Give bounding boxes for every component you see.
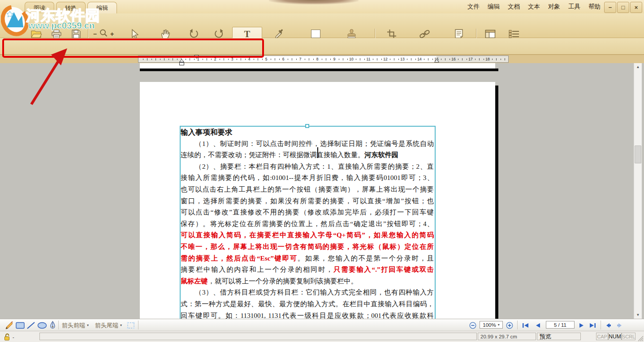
application-window: 阅读 转换 编辑 文件编辑文档文本对象工具帮助 −□× 打开 打印 保存 bbox=[0, 0, 644, 342]
left-indent-marker[interactable] bbox=[179, 59, 184, 66]
window-maximize-button[interactable]: □ bbox=[617, 2, 629, 13]
first-line-indent-marker[interactable] bbox=[194, 55, 199, 59]
separator bbox=[601, 321, 601, 329]
dropdown-caret-icon: ▾ bbox=[498, 323, 500, 327]
desktop-wallpaper-edge bbox=[269, 0, 359, 4]
pen-tool-button[interactable] bbox=[48, 321, 56, 330]
ruler-tick bbox=[262, 59, 263, 60]
menu-item-1[interactable]: 文件 bbox=[463, 2, 484, 12]
doc-line-12[interactable]: 需的摘要上，然后点击“Esc”键即可。如果，您输入的不是第一个分录时，且 bbox=[181, 254, 434, 265]
last-page-button[interactable] bbox=[588, 321, 597, 330]
ruler-tick bbox=[275, 58, 275, 60]
caps-lock-indicator: CAP bbox=[596, 333, 608, 340]
doc-text-run: 窗口，选择所需要的摘要，如果没有所需要的摘要，可以直接“增加”按钮；也 bbox=[181, 197, 434, 205]
first-page-icon bbox=[522, 323, 529, 328]
doc-line-9[interactable]: 保存）。将光标定位在所需摘要的位置上，然后点击“确定退出”按钮即可；4、 bbox=[181, 219, 434, 231]
zoom-percent-combobox[interactable]: 100% ▾ bbox=[480, 321, 503, 329]
previous-page-button[interactable] bbox=[533, 321, 542, 330]
menu-item-7[interactable]: 帮助 bbox=[584, 2, 605, 12]
menu-item-5[interactable]: 对象 bbox=[544, 2, 564, 12]
arrow-front-dropdown[interactable]: 箭头前端 ▾ bbox=[62, 321, 89, 330]
doc-line-13[interactable]: 摘要栏中输入的内容和上一个分录的相同时，只需要输入“.”打回车键或双击 bbox=[181, 265, 434, 277]
doc-text-run: 保存）。将光标定位在所需摘要的位置上，然后点击“确定退出”按钮即可；4、 bbox=[181, 220, 434, 227]
menu-item-3[interactable]: 文档 bbox=[504, 2, 524, 12]
document-text[interactable]: 输入事项和要求（1）、制证时间：可以点击时间控件，选择制证日期；凭证编号是系统自… bbox=[181, 128, 434, 319]
ruler-tick bbox=[381, 59, 382, 60]
right-indent-marker[interactable] bbox=[434, 59, 439, 63]
ruler-tick bbox=[339, 59, 339, 60]
doc-text-run: 输入事项和要求 bbox=[181, 128, 233, 137]
ruler-tick bbox=[373, 59, 373, 60]
doc-line-10[interactable]: 可以直接输入简码，在摘要栏中直接输入字母“Q+简码”，如果您输入的简码 bbox=[181, 231, 434, 242]
doc-text-run-red: 只需要输入“.”打回车键或双击 bbox=[333, 265, 434, 273]
line-tool-button[interactable] bbox=[26, 321, 36, 330]
doc-line-3[interactable]: 连续的，不需要改动；凭证附件：可根据微调直接输入数量。河东软件园 bbox=[181, 150, 434, 162]
view-forward-button[interactable] bbox=[615, 321, 624, 330]
arrow-tail-dropdown[interactable]: 箭头尾端 ▾ bbox=[95, 321, 122, 330]
ruler-number: 7 bbox=[299, 57, 302, 61]
ruler-number: 14 bbox=[417, 57, 421, 61]
doc-line-4[interactable]: （2）、摘要栏：本栏目有四种输入方式：1、直接输入所需要的摘要；2、直 bbox=[181, 162, 434, 174]
first-page-button[interactable] bbox=[521, 321, 530, 330]
doc-text-run: 接输入所需摘要的代码，如:01001--提本月折旧费，输入摘要码01001即可；… bbox=[181, 174, 434, 181]
ruler-tick bbox=[177, 59, 177, 60]
zoom-in-button-bottom[interactable] bbox=[506, 321, 514, 330]
doc-text-run: 连续的，不需要改动；凭证附件：可根据微调直接输入数量。 bbox=[181, 151, 364, 158]
doc-line-1[interactable]: 输入事项和要求 bbox=[181, 128, 434, 139]
ruler-tick bbox=[203, 59, 203, 60]
doc-line-15[interactable]: （3）、借方科目栏或贷方科目栏：它们输入方式完全相同，也有四种输入方 bbox=[181, 288, 434, 299]
ruler-tick bbox=[241, 58, 241, 60]
rectangle-tool-button[interactable] bbox=[15, 321, 25, 330]
doc-line-6[interactable]: 也可以点击右上角工具栏上的第一个按钮（摘要查询），屏幕上将出现一个摘要 bbox=[181, 185, 434, 197]
back-arrow-icon bbox=[605, 323, 612, 328]
ruler-tick bbox=[190, 58, 190, 60]
page-number-field[interactable]: 5 / 11 bbox=[546, 321, 575, 329]
doc-line-17[interactable]: 回车键即可。如：1131001, 1131代表一级科目是应收账款；001代表应收… bbox=[181, 311, 434, 319]
menu-item-2[interactable]: 编辑 bbox=[484, 2, 504, 12]
next-page-button[interactable] bbox=[577, 321, 586, 330]
doc-line-5[interactable]: 接输入所需摘要的代码，如:01001--提本月折旧费，输入摘要码01001即可；… bbox=[181, 173, 434, 185]
zoom-out-button-bottom[interactable] bbox=[469, 321, 477, 330]
doc-line-14[interactable]: 鼠标左键，就可以将上一个分录的摘要复制到该摘要栏中。 bbox=[181, 277, 434, 288]
doc-line-16[interactable]: 式：第一种方式是最好、最快、最方便的输入方式。在栏目中直接输入科目编码， bbox=[181, 299, 434, 311]
page-dimensions-field: 20.99 x 29.7 cm bbox=[478, 333, 536, 340]
scroll-down-button[interactable]: ▼ bbox=[634, 311, 642, 319]
separator bbox=[138, 321, 138, 329]
doc-line-7[interactable]: 窗口，选择所需要的摘要，如果没有所需要的摘要，可以直接“增加”按钮；也 bbox=[181, 197, 434, 208]
lock-icon[interactable] bbox=[4, 333, 11, 342]
ruler-tick bbox=[492, 59, 493, 60]
zoom-out-button[interactable]: − bbox=[93, 30, 97, 38]
site-url-watermark: www.pc0359.cn bbox=[28, 21, 95, 31]
ruler-tick bbox=[151, 59, 152, 60]
scrollbar-thumb[interactable] bbox=[635, 145, 641, 163]
ruler-tick bbox=[292, 58, 292, 60]
ruler-tick bbox=[305, 59, 305, 60]
doc-line-8[interactable]: 可以点击“修改”直接修改不用的摘要（修改或添加完毕后，必须打一下回车键 bbox=[181, 208, 434, 219]
view-back-button[interactable] bbox=[604, 321, 613, 330]
ruler-tick bbox=[450, 59, 450, 60]
doc-line-11[interactable]: 不唯一，那么，屏幕上将出现一切含有简码的摘要，将光标（鼠标）定位在所 bbox=[181, 242, 434, 254]
menu-item-4[interactable]: 文本 bbox=[524, 2, 544, 12]
zoom-in-button[interactable]: + bbox=[110, 30, 114, 38]
ruler-strip[interactable]: 123456789101112131415161718 bbox=[138, 56, 509, 63]
pencil-tool-button[interactable] bbox=[4, 321, 14, 330]
ruler-tick bbox=[394, 58, 394, 60]
resize-grip[interactable] bbox=[637, 335, 644, 342]
text-caret bbox=[317, 147, 318, 158]
ruler-tick bbox=[377, 58, 377, 60]
ruler-number: 6 bbox=[282, 57, 285, 61]
scroll-up-button[interactable]: ▲ bbox=[634, 63, 642, 71]
window-close-button[interactable]: × bbox=[630, 2, 642, 13]
selection-rect-button[interactable] bbox=[126, 321, 135, 330]
ruler-tick bbox=[147, 58, 147, 60]
ellipse-tool-button[interactable] bbox=[37, 321, 48, 330]
vertical-scrollbar[interactable]: ▲ ▼ bbox=[634, 63, 642, 319]
doc-text-run-red: 需的摘要上，然后点击“Esc”键即可 bbox=[181, 254, 298, 262]
ruler-tick bbox=[360, 58, 360, 60]
doc-text-run: 。如果，您输入的不是第一个分录时，且 bbox=[298, 254, 434, 262]
doc-line-2[interactable]: （1）、制证时间：可以点击时间控件，选择制证日期；凭证编号是系统自动 bbox=[181, 139, 434, 151]
document-page[interactable]: 输入事项和要求（1）、制证时间：可以点击时间控件，选择制证日期；凭证编号是系统自… bbox=[140, 82, 495, 319]
ruler-tick bbox=[156, 58, 156, 60]
menu-item-6[interactable]: 工具 bbox=[564, 2, 584, 12]
window-minimize-button[interactable]: − bbox=[604, 2, 616, 13]
